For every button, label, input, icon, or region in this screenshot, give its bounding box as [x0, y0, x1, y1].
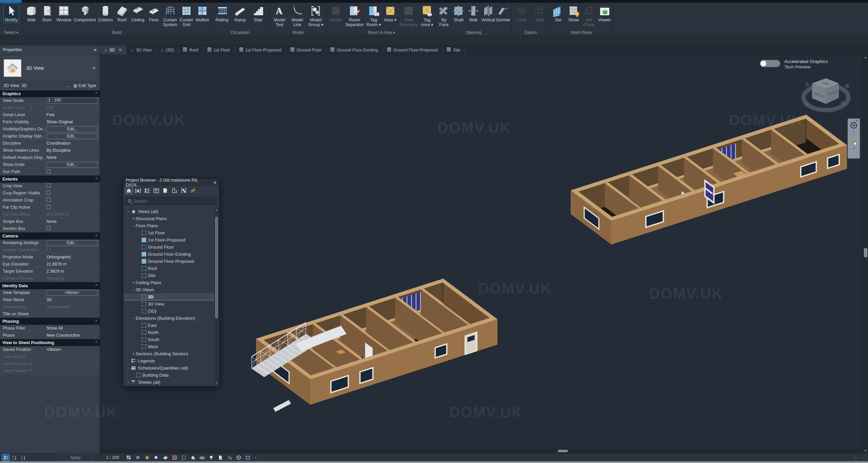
save-orientation-icon[interactable]: [190, 455, 196, 460]
scroll-down-icon[interactable]: ▼: [863, 449, 868, 453]
chevron-down-icon[interactable]: ▾: [848, 130, 860, 133]
view-tab-ground-floor[interactable]: Ground Floor: [286, 45, 327, 55]
tree-item-building-data[interactable]: Building Data: [124, 372, 214, 379]
schedules-icon[interactable]: [152, 187, 160, 194]
ribbon-button-viewer[interactable]: Viewer: [597, 3, 612, 23]
collapse-icon[interactable]: −: [126, 380, 130, 385]
ribbon-button-model-text[interactable]: AAModelText: [272, 3, 287, 28]
hide-isolate-icon[interactable]: [199, 455, 205, 460]
scrollbar-thumb[interactable]: [864, 248, 867, 257]
sheets-icon[interactable]: [161, 187, 170, 194]
tree-item-3d[interactable]: 3D: [124, 293, 214, 300]
property-value[interactable]: By Discipline: [46, 148, 100, 153]
collapse-icon[interactable]: ^: [95, 234, 97, 238]
view-tab-3d[interactable]: ⌂3D✕: [100, 45, 126, 55]
collapse-icon[interactable]: ^: [95, 341, 97, 344]
tree-item-1st-floor[interactable]: 1st Floor: [124, 229, 214, 236]
ribbon-button-model-group[interactable]: ModelGroup ▾: [307, 3, 324, 28]
view-tab-3d-view[interactable]: ⌂3D View: [126, 45, 156, 55]
tree-item-legends[interactable]: Legends: [124, 357, 214, 364]
visual-style-icon[interactable]: [135, 455, 141, 460]
expand-icon[interactable]: +: [132, 280, 136, 285]
property-value[interactable]: [46, 205, 100, 210]
view-tab-site[interactable]: Site: [442, 45, 465, 55]
ribbon-button-floor[interactable]: Floor: [146, 3, 162, 23]
collapse-icon[interactable]: ^: [95, 92, 97, 96]
apply-button[interactable]: Apply: [58, 454, 93, 461]
property-value[interactable]: 2.3629 m: [46, 269, 100, 274]
crop-view-icon[interactable]: [172, 455, 178, 460]
tree-item-ground-floor-proposed[interactable]: Ground Floor-Proposed: [124, 258, 214, 265]
collapse-icon[interactable]: −: [132, 316, 136, 321]
ribbon-button-shaft[interactable]: Shaft: [451, 3, 466, 23]
tree-item-ground-floor-existing[interactable]: Ground Floor-Existing: [124, 251, 214, 258]
tree-item-south[interactable]: South: [124, 336, 214, 343]
plans-icon[interactable]: [171, 187, 179, 194]
property-value[interactable]: Edit...: [46, 126, 100, 132]
ribbon-group-label[interactable]: Select ▾: [1, 30, 22, 36]
tree-item-east[interactable]: East: [124, 322, 214, 329]
tree-item-ground-floor[interactable]: Ground Floor: [124, 244, 214, 251]
property-value[interactable]: 1 : 100: [46, 98, 100, 104]
ribbon-button-modify[interactable]: Modify: [3, 3, 19, 23]
temp-view-properties-icon[interactable]: [217, 455, 223, 460]
ribbon-button-wall[interactable]: Wall: [23, 3, 39, 23]
expand-icon[interactable]: ⌄: [856, 154, 859, 158]
expand-icon[interactable]: +: [132, 216, 136, 221]
property-value[interactable]: None: [46, 219, 100, 224]
tree-item-sheets-all[interactable]: −Sheets (all): [124, 379, 214, 385]
ribbon-button-window[interactable]: Window: [55, 3, 72, 23]
collapse-icon[interactable]: −: [126, 366, 130, 371]
ribbon-button-room-separator[interactable]: RoomSeparator: [344, 3, 365, 28]
sort-ascending-icon[interactable]: AZ: [11, 454, 18, 461]
analytical-model-icon[interactable]: [226, 455, 233, 460]
tree-item-west[interactable]: West: [124, 343, 214, 350]
view-tab-1st-floor-proposed[interactable]: 1st Floor-Proposed: [235, 45, 286, 55]
accelerated-graphics-toggle[interactable]: [760, 60, 780, 67]
edit-type-button[interactable]: ▦Edit Type: [73, 83, 96, 88]
collapse-icon[interactable]: ^: [95, 319, 97, 323]
ribbon-button-door[interactable]: Door: [39, 3, 55, 23]
collapse-icon[interactable]: ‹: [255, 455, 256, 460]
property-value[interactable]: Show All: [46, 326, 100, 331]
sort-default-icon[interactable]: [2, 454, 9, 461]
tree-item-3d-view[interactable]: 3D View: [124, 300, 214, 308]
crop-region-icon[interactable]: [181, 455, 187, 460]
ribbon-button-model-line[interactable]: ModelLine: [290, 3, 305, 28]
ribbon-button-vertical[interactable]: Vertical: [481, 3, 495, 23]
home-icon[interactable]: [125, 187, 133, 194]
scroll-up-icon[interactable]: ▲: [215, 208, 218, 211]
view-cube[interactable]: S W E N TOP RIGHT BACK: [800, 68, 854, 122]
tree-item-schedules-quantities-all[interactable]: −Schedules/Quantities (all): [124, 364, 214, 372]
tree-scrollbar[interactable]: ▲ ▼: [215, 208, 218, 385]
view-tab-ground-floor-existing[interactable]: Ground Floor-Existing: [326, 45, 383, 55]
search-input[interactable]: [133, 198, 201, 204]
zoom-icon[interactable]: [850, 139, 857, 146]
property-value[interactable]: <None>: [46, 347, 100, 352]
collapse-icon[interactable]: −: [126, 209, 130, 214]
property-value[interactable]: Orthographic: [46, 255, 100, 259]
navigation-cube-icon[interactable]: [236, 455, 242, 460]
close-icon[interactable]: ✕: [93, 47, 97, 52]
tree-item-views-all[interactable]: −Views (all): [124, 208, 214, 215]
ribbon-button-by-face[interactable]: ByFace: [437, 3, 451, 28]
scrollbar-thumb[interactable]: [215, 217, 218, 318]
expand-icon[interactable]: ›: [855, 455, 856, 460]
ribbon-button-ceiling[interactable]: Ceiling: [130, 3, 146, 23]
view-scale-control[interactable]: 1 : 100: [106, 455, 119, 460]
ribbon-group-label[interactable]: Room & Area ▾: [328, 30, 435, 36]
ribbon-button-roof[interactable]: Roof: [114, 3, 130, 23]
property-value[interactable]: Edit...: [46, 162, 100, 168]
close-icon[interactable]: ✕: [213, 180, 217, 185]
section-header-identity-data[interactable]: Identity Data^: [0, 282, 100, 289]
tree-item-north[interactable]: North: [124, 329, 214, 336]
sun-path-icon[interactable]: [144, 455, 150, 460]
ribbon-button-stair[interactable]: Stair: [251, 3, 266, 23]
ribbon-button-tag-room[interactable]: 1TagRoom ▾: [365, 3, 382, 28]
ribbon-button-mullion[interactable]: Mullion: [195, 3, 210, 23]
ribbon-button-set[interactable]: Set: [551, 3, 566, 23]
view-tab-3d[interactable]: ⌂{3D}: [156, 45, 179, 55]
tree-item-structural-plans[interactable]: +Structural Plans: [124, 215, 214, 222]
vertical-scrollbar[interactable]: ▲ ▼: [863, 55, 868, 453]
ribbon-button-railing[interactable]: Railing: [214, 3, 230, 23]
